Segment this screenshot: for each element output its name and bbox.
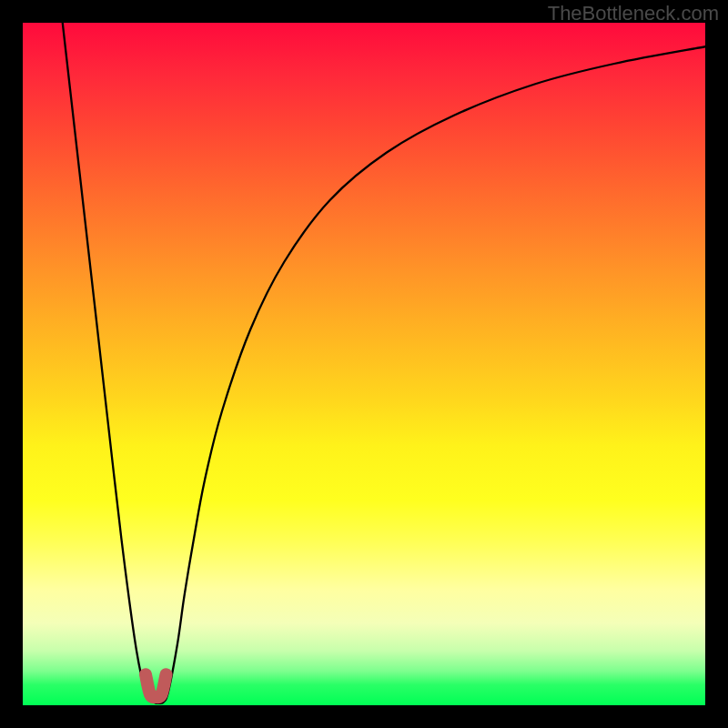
chart-frame: TheBottleneck.com (0, 0, 728, 728)
watermark-text: TheBottleneck.com (548, 2, 719, 25)
plot-area (23, 23, 705, 705)
trough-marker (23, 23, 705, 705)
